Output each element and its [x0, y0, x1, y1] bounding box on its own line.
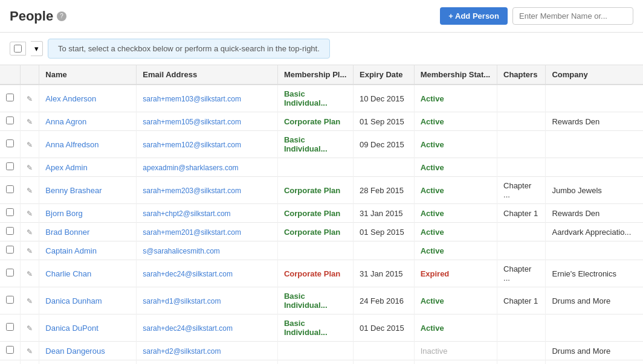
row-edit-cell: ✎: [21, 260, 39, 287]
row-status-cell: Active: [414, 287, 497, 315]
person-email-link[interactable]: sarah+mem102@silkstart.com: [143, 141, 241, 149]
row-checkbox[interactable]: [6, 162, 14, 170]
help-icon[interactable]: ?: [57, 11, 66, 21]
row-edit-cell: ✎: [21, 287, 39, 315]
person-name-link[interactable]: Bjorn Borg: [45, 209, 82, 218]
person-email-link[interactable]: sarah+mem201@silkstart.com: [143, 228, 241, 237]
edit-icon[interactable]: ✎: [27, 247, 33, 255]
add-person-button[interactable]: + Add Person: [440, 7, 508, 25]
row-company-cell: [546, 315, 643, 342]
row-email-cell: sarah+mem203@silkstart.com: [137, 177, 278, 204]
row-checkbox-cell: [0, 241, 21, 260]
person-name-link[interactable]: Brad Bonner: [45, 228, 89, 237]
row-checkbox[interactable]: [6, 185, 14, 193]
row-checkbox[interactable]: [6, 139, 14, 147]
row-edit-cell: ✎: [21, 315, 39, 342]
edit-icon[interactable]: ✎: [27, 187, 33, 195]
person-email-link[interactable]: sarah+d1@silkstart.com: [143, 297, 221, 305]
row-checkbox[interactable]: [6, 296, 14, 304]
row-checkbox[interactable]: [6, 323, 14, 331]
row-checkbox-cell: [0, 85, 21, 112]
chapters-value: Chapter ...: [503, 181, 531, 199]
edit-icon[interactable]: ✎: [27, 209, 33, 218]
row-company-cell: Ernie's Electronics: [546, 260, 643, 287]
person-name-link[interactable]: Anna Agron: [45, 117, 86, 126]
col-header-email: Email Address: [137, 65, 278, 85]
company-name: Drums and More: [552, 296, 637, 305]
row-email-cell: sarah+dec24@silkstart.com: [137, 260, 278, 287]
expiry-date: 01 Dec 2015: [360, 324, 404, 333]
row-checkbox[interactable]: [6, 227, 14, 235]
row-email-cell: sarah+d2@silkstart.com: [137, 342, 278, 360]
company-name: Ernie's Electronics: [552, 269, 637, 278]
select-all-checkbox-button[interactable]: [10, 42, 26, 56]
table-row: ✎ Apex Admin apexadmin@sharklasers.com A…: [0, 158, 643, 177]
row-checkbox[interactable]: [6, 117, 14, 124]
row-checkbox-cell: [0, 177, 21, 204]
edit-icon[interactable]: ✎: [27, 324, 33, 333]
edit-icon[interactable]: ✎: [27, 118, 33, 126]
row-chapters-cell: [497, 315, 546, 342]
col-header-status: Membership Stat...: [414, 65, 497, 85]
row-plan-cell: Basic Individual...: [277, 315, 353, 342]
edit-icon[interactable]: ✎: [27, 297, 33, 305]
person-email-link[interactable]: apexadmin@sharklasers.com: [143, 164, 238, 172]
edit-icon[interactable]: ✎: [27, 164, 33, 172]
search-input[interactable]: [512, 7, 633, 25]
person-name-link[interactable]: Danica DuPont: [45, 324, 98, 333]
row-checkbox[interactable]: [6, 208, 14, 216]
row-expiry-cell: [354, 342, 415, 360]
edit-icon[interactable]: ✎: [27, 347, 33, 356]
person-email-link[interactable]: s@sarahalicesmith.com: [143, 247, 220, 255]
row-chapters-cell: Chapter ...: [497, 260, 546, 287]
row-status-cell: Active: [414, 223, 497, 241]
row-edit-cell: ✎: [21, 112, 39, 131]
row-plan-cell: Basic Individual...: [277, 131, 353, 158]
person-name-link[interactable]: Benny Brashear: [45, 186, 102, 195]
row-edit-cell: ✎: [21, 85, 39, 112]
edit-icon[interactable]: ✎: [27, 95, 33, 103]
edit-icon[interactable]: ✎: [27, 141, 33, 149]
person-name-link[interactable]: Alex Anderson: [45, 94, 96, 103]
row-email-cell: s@sarahalicesmith.com: [137, 241, 278, 260]
status-badge: Active: [421, 228, 444, 237]
select-all-checkbox[interactable]: [14, 45, 22, 53]
membership-plan: Basic Individual...: [284, 89, 328, 107]
edit-icon[interactable]: ✎: [27, 228, 33, 237]
row-checkbox[interactable]: [6, 269, 14, 276]
row-name-cell: Charlie Chan: [39, 260, 137, 287]
expiry-date: 09 Dec 2015: [360, 140, 404, 149]
row-email-cell: sarah+dec24@silkstart.com: [137, 315, 278, 342]
row-checkbox-cell: [0, 342, 21, 360]
bulk-action-dropdown[interactable]: ▾: [31, 41, 43, 56]
person-email-link[interactable]: sarah+dec24@silkstart.com: [143, 270, 233, 278]
table-row: ✎ Charlie Chan sarah+dec24@silkstart.com…: [0, 260, 643, 287]
person-name-link[interactable]: Charlie Chan: [45, 269, 91, 278]
person-email-link[interactable]: sarah+dec24@silkstart.com: [143, 324, 233, 333]
info-banner-text: To start, select a checkbox below or per…: [58, 44, 320, 53]
person-email-link[interactable]: sarah+mem105@silkstart.com: [143, 118, 241, 126]
person-email-link[interactable]: sarah+chpt2@silkstart.com: [143, 209, 230, 218]
row-company-cell: Aardvark Appreciatio...: [546, 223, 643, 241]
person-name-link[interactable]: Danica Dunham: [45, 296, 102, 305]
table-row: ✎ Anna Alfredson sarah+mem102@silkstart.…: [0, 131, 643, 158]
person-email-link[interactable]: sarah+mem203@silkstart.com: [143, 187, 241, 195]
edit-icon[interactable]: ✎: [27, 270, 33, 278]
row-checkbox[interactable]: [6, 246, 14, 254]
row-status-cell: Active: [414, 85, 497, 112]
row-checkbox[interactable]: [6, 346, 14, 354]
person-email-link[interactable]: sarah+d2@silkstart.com: [143, 347, 221, 356]
person-email-link[interactable]: sarah+mem103@silkstart.com: [143, 95, 241, 103]
col-header-edit: [21, 65, 39, 85]
row-plan-cell: [277, 241, 353, 260]
row-checkbox[interactable]: [6, 94, 14, 101]
row-name-cell: Anna Agron: [39, 112, 137, 131]
person-name-link[interactable]: Dean Dangerous: [45, 346, 105, 356]
row-checkbox-cell: [0, 260, 21, 287]
row-edit-cell: ✎: [21, 158, 39, 177]
row-plan-cell: Corporate Plan: [277, 177, 353, 204]
person-name-link[interactable]: Apex Admin: [45, 163, 87, 172]
person-name-link[interactable]: Anna Alfredson: [45, 140, 99, 149]
person-name-link[interactable]: Captain Admin: [45, 246, 97, 255]
membership-plan: Basic Individual...: [284, 135, 328, 153]
